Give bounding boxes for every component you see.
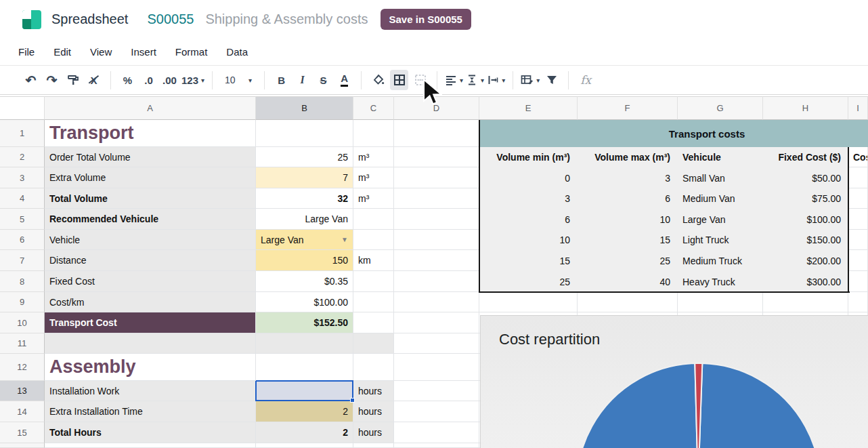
- cost-repartition-chart[interactable]: Cost repartition: [480, 315, 868, 448]
- cell-D4[interactable]: [394, 188, 479, 209]
- column-header-C[interactable]: C: [353, 96, 394, 120]
- table-cell[interactable]: 40: [578, 271, 678, 292]
- increase-decimal-button[interactable]: .00: [160, 70, 179, 90]
- cell-A12[interactable]: Assembly: [45, 354, 256, 381]
- column-header-A[interactable]: A: [45, 96, 256, 120]
- cell-C3[interactable]: m³: [353, 167, 394, 188]
- table-header-cell[interactable]: Vehicule: [678, 147, 763, 167]
- row-header-12[interactable]: 12: [0, 354, 45, 381]
- cell-C13[interactable]: hours: [353, 381, 394, 401]
- cell-C8[interactable]: [353, 271, 394, 292]
- cell-B12[interactable]: [256, 354, 353, 381]
- column-header-H[interactable]: H: [763, 96, 848, 120]
- cell-I9[interactable]: [848, 292, 868, 312]
- cell-B15[interactable]: 2: [256, 422, 353, 443]
- cell-C10[interactable]: [353, 312, 394, 333]
- document-reference-link[interactable]: S00055: [147, 12, 194, 27]
- paint-format-button[interactable]: [64, 70, 82, 90]
- row-header-14[interactable]: 14: [0, 401, 45, 422]
- row-header-4[interactable]: 4: [0, 188, 45, 209]
- cell-C11[interactable]: [353, 333, 394, 354]
- text-wrap-button[interactable]: ▾: [487, 70, 505, 90]
- cell-C12[interactable]: [353, 354, 394, 381]
- cell-A6[interactable]: Vehicle: [45, 230, 256, 250]
- table-cell[interactable]: 3: [479, 188, 578, 209]
- row-header-7[interactable]: 7: [0, 250, 45, 271]
- selected-cell-B13[interactable]: [255, 380, 353, 401]
- table-style-button[interactable]: ▾: [521, 70, 540, 90]
- table-cell[interactable]: Medium Van: [678, 188, 763, 209]
- cell-B5[interactable]: Large Van: [256, 209, 353, 230]
- selection-fill-handle[interactable]: [350, 398, 355, 403]
- merge-cells-button[interactable]: [411, 70, 429, 90]
- filter-button[interactable]: [542, 70, 561, 90]
- cell-I6[interactable]: [848, 230, 868, 250]
- font-size-select[interactable]: 10▾: [219, 70, 258, 90]
- menu-item-view[interactable]: View: [81, 39, 121, 65]
- row-header-3[interactable]: 3: [0, 167, 45, 188]
- column-header-E[interactable]: E: [479, 96, 578, 120]
- cell-I3[interactable]: [848, 167, 868, 188]
- table-cell[interactable]: $50.00: [763, 167, 848, 188]
- table-cell[interactable]: $150.00: [763, 230, 848, 250]
- table-cell[interactable]: 0: [479, 167, 578, 188]
- menu-item-insert[interactable]: Insert: [121, 39, 166, 65]
- cell-B10[interactable]: $152.50: [256, 312, 353, 333]
- cell-C6[interactable]: [353, 230, 394, 250]
- row-header-6[interactable]: 6: [0, 230, 45, 250]
- table-cell[interactable]: 15: [578, 230, 678, 250]
- cell-D5[interactable]: [394, 209, 479, 230]
- cell-D7[interactable]: [394, 250, 479, 271]
- vertical-align-button[interactable]: ▾: [466, 70, 484, 90]
- cell-A3[interactable]: Extra Volume: [45, 167, 256, 188]
- column-header-I[interactable]: I: [848, 96, 868, 120]
- text-color-button[interactable]: A: [335, 70, 353, 90]
- grid-corner[interactable]: [0, 96, 45, 120]
- table-cell[interactable]: 10: [578, 209, 678, 230]
- cell-C7[interactable]: km: [353, 250, 394, 271]
- cell-dropdown-icon[interactable]: ▼: [341, 236, 348, 243]
- table-cell[interactable]: $75.00: [763, 188, 848, 209]
- cell-C4[interactable]: m³: [353, 188, 394, 209]
- cell-B14[interactable]: 2: [256, 401, 353, 422]
- cell-I7[interactable]: [848, 250, 868, 271]
- cell-H9[interactable]: [763, 292, 848, 312]
- cell-D10[interactable]: [394, 312, 479, 333]
- cell-F9[interactable]: [578, 292, 678, 312]
- table-cell[interactable]: Small Van: [678, 167, 763, 188]
- menu-item-format[interactable]: Format: [166, 39, 217, 65]
- cell-A5[interactable]: Recommended Vehicule: [45, 209, 256, 230]
- table-cell[interactable]: 6: [578, 188, 678, 209]
- formula-bar-input[interactable]: [591, 66, 868, 94]
- cell-A13[interactable]: Installation Work: [45, 381, 256, 401]
- cell-I4[interactable]: [848, 188, 868, 209]
- table-cell[interactable]: $300.00: [763, 271, 848, 292]
- table-cell[interactable]: 25: [479, 271, 578, 292]
- table-cell[interactable]: $100.00: [763, 209, 848, 230]
- undo-button[interactable]: ↶: [22, 70, 40, 90]
- cell-A8[interactable]: Fixed Cost: [45, 271, 256, 292]
- cell-D11[interactable]: [394, 333, 479, 354]
- cell-D15[interactable]: [394, 422, 479, 443]
- column-header-G[interactable]: G: [678, 96, 763, 120]
- cell-A4[interactable]: Total Volume: [45, 188, 256, 209]
- cell-B9[interactable]: $100.00: [256, 292, 353, 312]
- cell-A9[interactable]: Cost/km: [45, 292, 256, 312]
- cell-B8[interactable]: $0.35: [256, 271, 353, 292]
- table-cell[interactable]: 25: [578, 250, 678, 271]
- row-header-5[interactable]: 5: [0, 209, 45, 230]
- cell-A1[interactable]: Transport: [45, 120, 256, 147]
- redo-button[interactable]: ↷: [43, 70, 61, 90]
- document-name[interactable]: Shipping & Assembly costs: [205, 12, 368, 27]
- cell-A15[interactable]: Total Hours: [45, 422, 256, 443]
- row-header-10[interactable]: 10: [0, 312, 45, 333]
- cell-D12[interactable]: [394, 354, 479, 381]
- table-cell[interactable]: 15: [479, 250, 578, 271]
- cell-A7[interactable]: Distance: [45, 250, 256, 271]
- column-header-D[interactable]: D: [394, 96, 479, 120]
- table-cell[interactable]: Large Van: [678, 209, 763, 230]
- cell-B3[interactable]: 7: [256, 167, 353, 188]
- cell-D13[interactable]: [394, 381, 479, 401]
- row-header-11[interactable]: 11: [0, 333, 45, 354]
- borders-button[interactable]: [390, 70, 408, 90]
